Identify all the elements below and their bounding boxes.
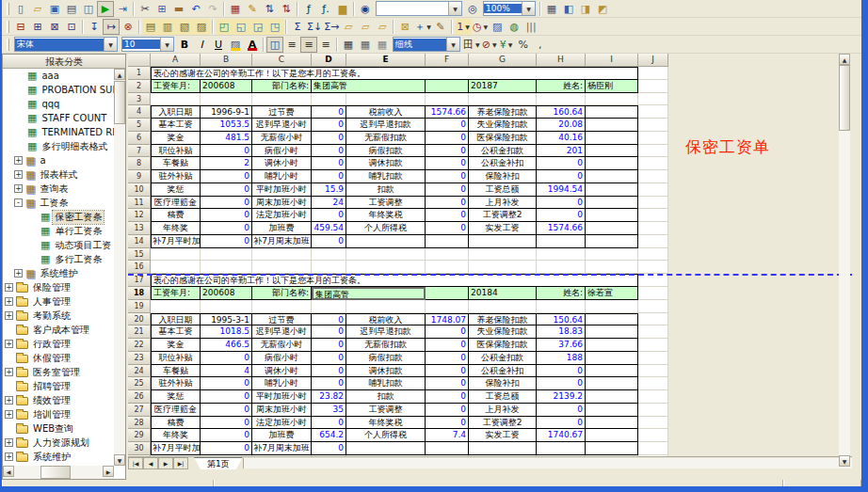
salary-label[interactable]: 法定加班小时 (252, 417, 312, 430)
anchor-button[interactable]: ＋▼ (413, 19, 432, 35)
slip-header-value[interactable]: 集团高管 (312, 287, 426, 300)
column-header-H[interactable]: H (537, 54, 586, 67)
align-right-button[interactable]: ≡ (317, 37, 334, 53)
salary-cell[interactable] (586, 325, 638, 339)
salary-label[interactable]: 年终奖税 (346, 209, 426, 222)
salary-value[interactable]: 0 (426, 339, 469, 352)
tree-item-qqq[interactable]: ▦qqq (3, 97, 114, 111)
collapse-minus-icon[interactable]: - (14, 198, 23, 207)
expand-plus-icon[interactable]: + (14, 184, 23, 193)
chevron-down-icon[interactable]: ▼ (104, 38, 117, 51)
row-header-7[interactable]: 7 (128, 145, 151, 158)
grid-cell[interactable] (638, 417, 668, 430)
salary-value[interactable]: 0 (201, 170, 252, 183)
print-preview-button[interactable]: ◫ (80, 1, 97, 17)
salary-label[interactable]: 工资调整 (346, 404, 426, 417)
salary-value[interactable]: 0 (312, 442, 346, 455)
salary-label[interactable]: 驻外补贴 (151, 170, 201, 183)
salary-label[interactable]: 公积金扣款 (469, 145, 537, 158)
salary-label[interactable]: 医疗理赔金 (151, 404, 201, 417)
salary-label[interactable]: 调休扣款 (346, 365, 426, 378)
salary-value[interactable]: 1018.5 (201, 325, 252, 339)
tree-item-招聘管理[interactable]: 招聘管理 (3, 379, 114, 393)
salary-cell[interactable] (586, 442, 638, 455)
salary-value[interactable]: 0 (537, 209, 586, 222)
tree-item-动态项目工资[interactable]: ▦动态项目工资 (3, 238, 114, 252)
folder-open-report-button[interactable]: ▱ (340, 19, 357, 35)
col-break-button[interactable]: ⊞ (29, 19, 46, 35)
salary-value[interactable]: 7.4 (426, 429, 469, 442)
delete-table-col-button[interactable]: ▨ (193, 19, 210, 35)
italic-button[interactable]: I (193, 37, 210, 53)
salary-value[interactable]: 18.83 (537, 325, 586, 339)
select-all-corner[interactable] (128, 54, 151, 67)
grid-cell[interactable] (638, 197, 668, 210)
salary-label[interactable]: 年终奖 (151, 222, 201, 235)
slip-header-label[interactable] (426, 80, 469, 93)
row-header-3[interactable]: 3 (128, 93, 151, 106)
salary-value[interactable]: 1740.67 (537, 429, 586, 442)
tree-item-单行工资条[interactable]: ▦单行工资条 (3, 224, 114, 238)
tree-scroll-left-icon[interactable]: ◀ (3, 466, 14, 477)
salary-value[interactable]: 0 (426, 417, 469, 430)
folder-save-report-button[interactable]: ▱ (357, 19, 374, 35)
grid-cell[interactable] (346, 248, 426, 262)
row-header-22[interactable]: 22 (128, 339, 151, 352)
salary-value[interactable]: 0 (426, 197, 469, 210)
slip-header-value[interactable]: 杨臣刚 (586, 80, 638, 93)
salary-cell[interactable] (346, 442, 426, 455)
web-publish-button[interactable]: ◍ (506, 19, 522, 35)
slip-header-value[interactable]: 集团高管 (312, 80, 426, 93)
chevron-down-icon[interactable]: ▼ (508, 41, 513, 48)
last-sheet-button[interactable]: ▶| (173, 457, 188, 469)
salary-value[interactable]: 0 (312, 339, 346, 352)
row-header-9[interactable]: 9 (128, 170, 151, 183)
column-header-I[interactable]: I (586, 54, 638, 67)
salary-value[interactable]: 1574.66 (426, 105, 469, 119)
salary-label[interactable]: 税前收入 (346, 105, 426, 119)
slip-header-value[interactable]: 20187 (469, 80, 537, 93)
salary-value[interactable]: 0 (426, 222, 469, 235)
chevron-down-icon[interactable]: ▼ (475, 41, 480, 48)
salary-value[interactable]: 0 (426, 132, 469, 145)
comma-format-button[interactable]: , (532, 37, 549, 53)
row-header-15[interactable]: 15 (128, 248, 151, 262)
grid-cell[interactable] (469, 300, 537, 313)
grid-cell[interactable] (469, 261, 537, 274)
tree-item-a[interactable]: +▦a (3, 153, 114, 167)
salary-label[interactable]: 入职日期 (151, 313, 201, 326)
column-header-G[interactable]: G (469, 54, 537, 67)
column-header-C[interactable]: C (252, 54, 312, 67)
next-sheet-button[interactable]: ▶ (158, 457, 173, 469)
salary-cell[interactable] (426, 235, 469, 248)
salary-label[interactable]: 扣款 (346, 183, 426, 197)
salary-value[interactable]: 466.5 (201, 339, 252, 352)
salary-label[interactable]: 迟到早退小时 (252, 325, 312, 339)
salary-label[interactable]: 基本工资 (151, 119, 201, 132)
salary-label[interactable]: 过节费 (252, 105, 312, 119)
tree-item-休假管理[interactable]: 休假管理 (3, 351, 114, 365)
grid-cell[interactable] (638, 183, 668, 197)
salary-label[interactable]: 公积金补扣 (469, 157, 537, 170)
font-size-select-combo[interactable]: 10▼ (121, 37, 174, 52)
grid-cell[interactable] (201, 261, 252, 274)
salary-cell[interactable] (586, 209, 638, 222)
expand-plus-icon[interactable]: + (5, 368, 13, 376)
salary-value[interactable]: 0 (201, 377, 252, 390)
salary-label[interactable]: 迟到早退扣款 (346, 119, 426, 132)
copy-button[interactable]: ⊞ (153, 1, 170, 17)
grid-cell[interactable] (638, 222, 668, 235)
salary-value[interactable]: 0 (312, 119, 346, 132)
row-header-28[interactable]: 28 (128, 417, 151, 430)
salary-value[interactable]: 0 (426, 325, 469, 339)
column-header-D[interactable]: D (312, 54, 346, 67)
tree-item-人力资源规划[interactable]: +人力资源规划 (3, 436, 114, 450)
tree-item-STAFF COUNT[interactable]: ▦STAFF COUNT (3, 111, 114, 125)
grid-cell[interactable] (201, 93, 252, 106)
grid-cell[interactable] (252, 261, 312, 274)
grid-cell[interactable] (638, 300, 668, 313)
tree-scroll-down-icon[interactable]: ▼ (114, 454, 125, 466)
grid-cell[interactable] (638, 157, 668, 170)
salary-label[interactable]: 工资总额 (469, 390, 537, 404)
row-break-button[interactable]: ⊟ (12, 19, 29, 35)
